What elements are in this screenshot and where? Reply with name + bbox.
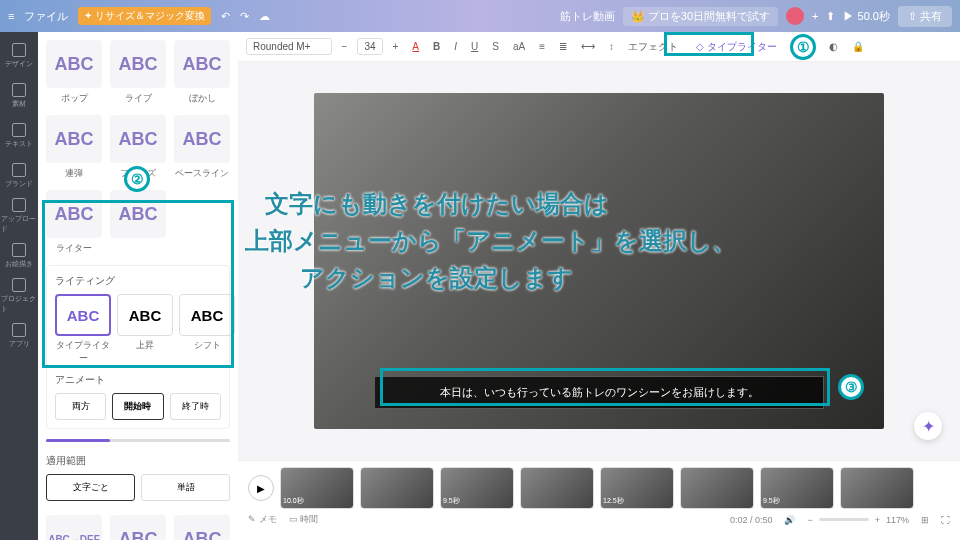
range-title: 適用範囲: [46, 454, 230, 468]
bstyle-1[interactable]: ABC→DEF: [46, 515, 102, 540]
lock-icon[interactable]: 🔒: [848, 39, 868, 54]
strike-icon[interactable]: S: [488, 39, 503, 54]
project-name[interactable]: 筋トレ動画: [560, 9, 615, 24]
volume-icon[interactable]: 🔊: [784, 515, 795, 525]
fullscreen-icon[interactable]: ⛶: [941, 515, 950, 525]
transparency-icon[interactable]: ◐: [825, 39, 842, 54]
animation-sidebar: ABCポップ ABCライブ ABCぼかし ABC連弾 ABCフリーズ ABCベー…: [38, 32, 238, 540]
hamburger-icon[interactable]: ≡: [8, 10, 14, 22]
clip-3[interactable]: 9.5秒: [440, 467, 514, 509]
add-icon[interactable]: +: [812, 10, 818, 22]
ai-assist-button[interactable]: ✦: [914, 412, 942, 440]
clip-8[interactable]: [840, 467, 914, 509]
case-icon[interactable]: aA: [509, 39, 529, 54]
font-select[interactable]: Rounded M+: [246, 38, 332, 55]
style-pop[interactable]: ABCポップ: [46, 40, 102, 105]
zoom-in-icon[interactable]: +: [875, 515, 880, 525]
style-x2[interactable]: ABC: [110, 190, 166, 255]
avatar[interactable]: [786, 7, 804, 25]
instruction-overlay: 文字にも動きを付けたい場合は 上部メニューから「アニメート」を選択し、 アクショ…: [245, 185, 736, 297]
spacing-icon[interactable]: ⟷: [577, 39, 599, 54]
clip-1[interactable]: 10.0秒: [280, 467, 354, 509]
animate-title: アニメート: [55, 373, 221, 387]
typewriter-button[interactable]: ◇ タイプライター: [688, 38, 785, 56]
play-duration[interactable]: ▶ 50.0秒: [843, 9, 889, 24]
vertical-icon[interactable]: ↕: [605, 39, 618, 54]
bstyle-2[interactable]: ABC: [110, 515, 166, 540]
rail-project[interactable]: プロジェクト: [1, 277, 37, 315]
left-rail: デザイン 素材 テキスト ブランド アップロード お絵描き プロジェクト アプリ: [0, 32, 38, 540]
redo-icon[interactable]: ↷: [240, 10, 249, 23]
bstyle-3[interactable]: ABC: [174, 515, 230, 540]
file-menu[interactable]: ファイル: [24, 9, 68, 24]
zoom-slider[interactable]: [819, 518, 869, 521]
zoom-value: 117%: [886, 515, 909, 525]
animate-start[interactable]: 開始時: [112, 393, 163, 420]
font-size[interactable]: 34: [357, 38, 382, 55]
resize-magic-button[interactable]: ✦ リサイズ＆マジック変換: [78, 7, 211, 25]
analytics-icon[interactable]: ⬆: [826, 10, 835, 23]
align-icon[interactable]: ≡: [535, 39, 549, 54]
memo-tab[interactable]: ✎ メモ: [248, 513, 277, 526]
timeline-play[interactable]: ▶: [248, 475, 274, 501]
callout-3: ③: [838, 374, 864, 400]
animate-both[interactable]: 両方: [55, 393, 106, 420]
text-toolbar: Rounded M+ − 34 + A B I U S aA ≡ ≣ ⟷ ↕ エ…: [238, 32, 960, 62]
style-blur[interactable]: ABCぼかし: [174, 40, 230, 105]
writing-title: ライティング: [55, 274, 221, 288]
writing-shift[interactable]: ABCシフト: [179, 294, 235, 365]
style-live[interactable]: ABCライブ: [110, 40, 166, 105]
rail-draw[interactable]: お絵描き: [1, 237, 37, 275]
clip-7[interactable]: 9.5秒: [760, 467, 834, 509]
style-baseline[interactable]: ABCベースライン: [174, 115, 230, 180]
pro-trial-button[interactable]: 👑 プロを30日間無料で試す: [623, 7, 778, 26]
callout-2: ②: [124, 166, 150, 192]
clip-2[interactable]: [360, 467, 434, 509]
time-tab[interactable]: ▭ 時間: [289, 513, 319, 526]
clip-4[interactable]: [520, 467, 594, 509]
rail-design[interactable]: デザイン: [1, 37, 37, 75]
range-per-char[interactable]: 文字ごと: [46, 474, 135, 501]
rail-apps[interactable]: アプリ: [1, 317, 37, 355]
rail-brand[interactable]: ブランド: [1, 157, 37, 195]
animate-end[interactable]: 終了時: [170, 393, 221, 420]
effect-button[interactable]: エフェクト: [624, 38, 682, 56]
clip-5[interactable]: 12.5秒: [600, 467, 674, 509]
speed-slider[interactable]: [46, 439, 230, 442]
top-bar: ≡ ファイル ✦ リサイズ＆マジック変換 ↶ ↷ ☁ 筋トレ動画 👑 プロを30…: [0, 0, 960, 32]
callout-1: ①: [790, 34, 816, 60]
subtitle-text[interactable]: 本日は、いつも行っている筋トレのワンシーンをお届けします。: [374, 376, 824, 409]
bold-icon[interactable]: B: [429, 39, 444, 54]
grid-view-icon[interactable]: ⊞: [921, 515, 929, 525]
cloud-sync-icon: ☁: [259, 10, 270, 23]
size-plus[interactable]: +: [389, 39, 403, 54]
text-color[interactable]: A: [408, 39, 423, 54]
size-minus[interactable]: −: [338, 39, 352, 54]
style-writer[interactable]: ABCライター: [46, 190, 102, 255]
time-position: 0:02 / 0:50: [730, 515, 773, 525]
rail-text[interactable]: テキスト: [1, 117, 37, 155]
rail-upload[interactable]: アップロード: [1, 197, 37, 235]
writing-typewriter[interactable]: ABCタイプライター: [55, 294, 111, 365]
timeline: ▶ 10.0秒 9.5秒 12.5秒 9.5秒 ✎ メモ ▭ 時間 0:02 /…: [238, 460, 960, 540]
range-per-word[interactable]: 単語: [141, 474, 230, 501]
writing-rise[interactable]: ABC上昇: [117, 294, 173, 365]
zoom-out-icon[interactable]: −: [807, 515, 812, 525]
clip-6[interactable]: [680, 467, 754, 509]
share-button[interactable]: ⇧ 共有: [898, 6, 952, 27]
underline-icon[interactable]: U: [467, 39, 482, 54]
rail-elements[interactable]: 素材: [1, 77, 37, 115]
list-icon[interactable]: ≣: [555, 39, 571, 54]
writing-panel: ライティング ABCタイプライター ABC上昇 ABCシフト アニメート 両方 …: [46, 265, 230, 429]
undo-icon[interactable]: ↶: [221, 10, 230, 23]
italic-icon[interactable]: I: [450, 39, 461, 54]
style-rendan[interactable]: ABC連弾: [46, 115, 102, 180]
